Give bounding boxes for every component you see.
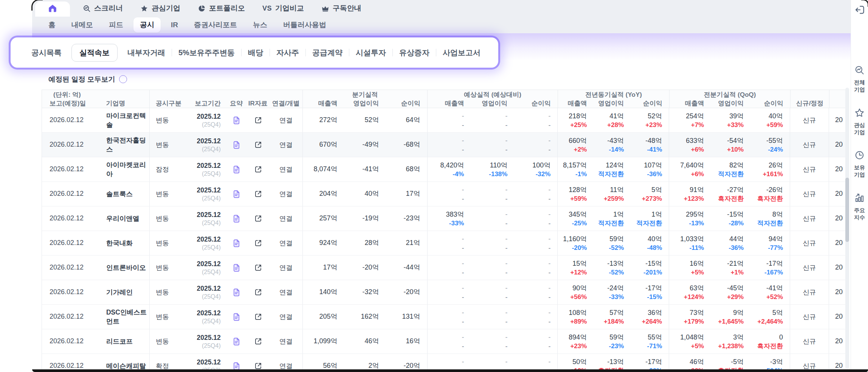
- metric-cell: --: [428, 182, 471, 206]
- summary-doc-icon[interactable]: [226, 256, 247, 280]
- disclosure-tab-유상증자[interactable]: 유상증자: [393, 48, 436, 58]
- external-link-icon[interactable]: [247, 354, 270, 370]
- disclosure-tab-사업보고서[interactable]: 사업보고서: [436, 48, 487, 58]
- disclosure-tab-공시목록[interactable]: 공시목록: [25, 48, 68, 58]
- cell-company-name[interactable]: 아이마켓코리아: [95, 157, 150, 181]
- cell-report-date: 2026.02.12: [42, 354, 95, 370]
- column-header-순이익: 순이익: [514, 99, 558, 108]
- table-row[interactable]: 2026.02.12우리이앤엘변동2025.12(25Q4)연결257억-19억…: [42, 206, 845, 231]
- external-link-icon[interactable]: [247, 206, 270, 231]
- cell-company-name[interactable]: 솔트룩스: [95, 182, 150, 206]
- cell-company-name[interactable]: 인트론바이오: [95, 256, 150, 280]
- cell-company-name[interactable]: DSC인베스트먼트: [95, 305, 150, 329]
- second-nav-item-공시[interactable]: 공시: [133, 17, 161, 33]
- table-row[interactable]: 2026.02.12리드코프변동2025.12(25Q4)연결1,099억46억…: [42, 329, 845, 354]
- metric-cell: 295억-13%: [669, 206, 711, 231]
- column-header-순이익: 순이익: [631, 99, 669, 108]
- summary-doc-icon[interactable]: [226, 133, 247, 157]
- disclosure-tab-실적속보[interactable]: 실적속보: [71, 44, 118, 62]
- top-nav-item-4[interactable]: VS기업비교: [262, 0, 304, 17]
- external-link-icon[interactable]: [247, 133, 270, 157]
- rail-item-주요지수[interactable]: 주요 지수: [854, 193, 865, 221]
- metric-cell: 57억+184%: [594, 305, 631, 329]
- summary-doc-icon[interactable]: [226, 157, 247, 181]
- metric-cell: 46억+22%: [669, 354, 711, 370]
- metric-cell: 5억+2,464%: [750, 305, 790, 329]
- cell-company-name[interactable]: 한국내화: [95, 231, 150, 255]
- second-nav-item-내메모[interactable]: 내메모: [64, 20, 101, 30]
- metric-cell: 17억: [386, 182, 428, 206]
- cell-company-name[interactable]: 기가레인: [95, 280, 150, 304]
- search-trend-icon: [854, 65, 865, 77]
- summary-doc-icon[interactable]: [226, 354, 247, 370]
- rail-item-전체기업[interactable]: 전체 기업: [854, 65, 865, 93]
- column-header-영업이익: 영업이익: [594, 99, 631, 108]
- table-row[interactable]: 2026.02.12기가레인변동2025.12(25Q4)연결140억-32억-…: [42, 280, 845, 305]
- column-header-보고(예정)일: 보고(예정)일: [42, 99, 95, 108]
- top-nav-item-2[interactable]: 관심기업: [140, 0, 180, 17]
- metric-cell: 1,099억: [303, 329, 344, 353]
- external-link-icon[interactable]: [247, 231, 270, 255]
- summary-doc-icon[interactable]: [226, 206, 247, 231]
- table-row[interactable]: 2026.02.12메이슨캐피탈확정2025.12(25Q3)연결56억2억-2…: [42, 354, 845, 370]
- second-nav-item-뉴스[interactable]: 뉴스: [245, 20, 275, 30]
- metric-cell: 1,160억-20%: [558, 231, 594, 255]
- disclosure-tab-배당[interactable]: 배당: [242, 48, 270, 58]
- disclosure-tab-공급계약[interactable]: 공급계약: [306, 48, 349, 58]
- header-group-title: 분기실적: [303, 90, 427, 99]
- top-nav-item-1[interactable]: 스크리너: [83, 0, 123, 17]
- cell-company-name[interactable]: 한국전자홀딩스: [95, 133, 150, 157]
- metric-cell: 1,048억+5%: [669, 329, 711, 353]
- external-link-icon[interactable]: [247, 329, 270, 353]
- disclosure-tab-5%보유주주변동[interactable]: 5%보유주주변동: [172, 48, 241, 58]
- table-row[interactable]: 2026.02.12아이마켓코리아잠정2025.12(25Q4)연결8,074억…: [42, 157, 845, 182]
- summary-doc-icon[interactable]: [226, 280, 247, 304]
- vertical-scrollbar-thumb[interactable]: [845, 178, 849, 242]
- second-nav-item-버틀러사용법[interactable]: 버틀러사용법: [275, 20, 334, 30]
- cell-consolidation: 연결: [270, 108, 303, 132]
- scheduled-toggle-circle[interactable]: [119, 75, 127, 83]
- summary-doc-icon[interactable]: [226, 231, 247, 255]
- table-row[interactable]: 2026.02.12한국내화변동2025.12(25Q4)연결924억28억21…: [42, 231, 845, 256]
- top-nav-item-3[interactable]: 포트폴리오: [198, 0, 245, 17]
- second-nav-item-증권사리포트[interactable]: 증권사리포트: [186, 20, 245, 30]
- second-nav-item-피드[interactable]: 피드: [101, 20, 131, 30]
- table-row[interactable]: 2026.02.12한국전자홀딩스변동2025.12(25Q4)연결670억-4…: [42, 133, 845, 157]
- cell-company-name[interactable]: 우리이앤엘: [95, 206, 150, 231]
- summary-doc-icon[interactable]: [226, 305, 247, 329]
- cell-report-period: 2025.12(25Q4): [189, 231, 226, 255]
- table-row[interactable]: 2026.02.12마이크로컨텍솔변동2025.12(25Q4)연결272억52…: [42, 108, 845, 133]
- top-nav-item-5[interactable]: 구독안내: [321, 0, 361, 17]
- summary-doc-icon[interactable]: [226, 108, 247, 132]
- metric-cell: -3억-504%: [750, 354, 790, 370]
- second-nav-item-홈[interactable]: 홈: [40, 20, 64, 30]
- external-link-icon[interactable]: [247, 256, 270, 280]
- disclosure-tab-시설투자[interactable]: 시설투자: [349, 48, 392, 58]
- summary-doc-icon[interactable]: [226, 329, 247, 353]
- external-link-icon[interactable]: [247, 280, 270, 304]
- cell-company-name[interactable]: 메이슨캐피탈: [95, 354, 150, 370]
- metric-cell: -45억+29%: [711, 280, 750, 304]
- metric-cell: -5억흑자전환: [711, 354, 750, 370]
- external-link-icon[interactable]: [247, 157, 270, 181]
- table-row[interactable]: 2026.02.12솔트룩스변동2025.12(25Q4)연결204억40억17…: [42, 182, 845, 206]
- external-link-icon[interactable]: [247, 108, 270, 132]
- summary-doc-icon[interactable]: [226, 182, 247, 206]
- metric-cell: 40억-48%: [631, 231, 669, 255]
- disclosure-tab-내부자거래[interactable]: 내부자거래: [121, 48, 172, 58]
- table-row[interactable]: 2026.02.12DSC인베스트먼트변동2025.12(25Q4)연결205억…: [42, 305, 845, 329]
- rail-item-관심기업[interactable]: 관심 기업: [854, 108, 865, 136]
- cell-company-name[interactable]: 마이크로컨텍솔: [95, 108, 150, 132]
- disclosure-tab-자사주[interactable]: 자사주: [270, 48, 305, 58]
- metric-cell: -55억-24%: [750, 133, 790, 157]
- cell-consolidation: 연결: [270, 256, 303, 280]
- second-nav-item-IR[interactable]: IR: [163, 21, 186, 29]
- cell-company-name[interactable]: 리드코프: [95, 329, 150, 353]
- external-link-icon[interactable]: [247, 305, 270, 329]
- external-link-icon[interactable]: [247, 182, 270, 206]
- cell-report-date: 2026.02.12: [42, 280, 95, 304]
- metric-cell: --: [471, 182, 514, 206]
- rail-item-보유기업[interactable]: 보유 기업: [854, 150, 865, 178]
- table-row[interactable]: 2026.02.12인트론바이오변동2025.12(25Q4)연결17억-20억…: [42, 256, 845, 280]
- scheduled-toggle[interactable]: 예정된 일정 모두보기: [48, 74, 127, 84]
